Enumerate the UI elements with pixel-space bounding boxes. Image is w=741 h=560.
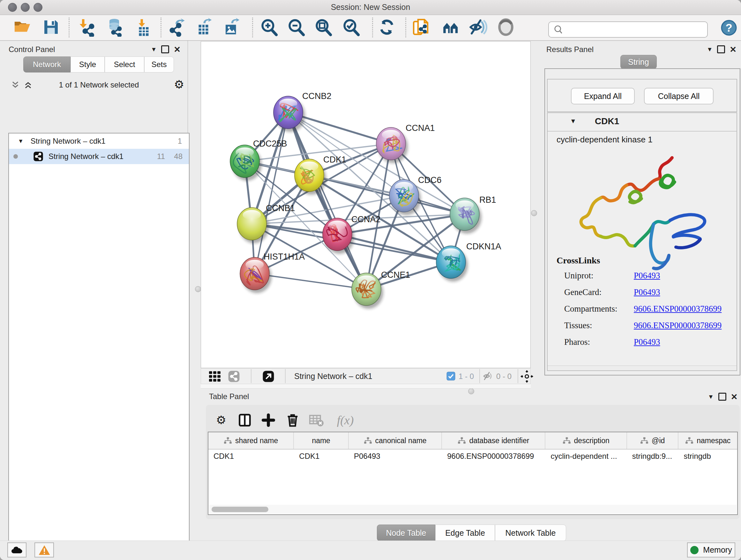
import-table-button[interactable]: [133, 17, 153, 37]
tab-network-table[interactable]: Network Table: [495, 524, 566, 541]
birds-eye-view-icon[interactable]: [208, 371, 221, 382]
help-button[interactable]: ?: [719, 17, 739, 38]
export-image-button[interactable]: [222, 17, 242, 37]
pan-crosshair-icon[interactable]: [520, 370, 534, 383]
tab-edge-table[interactable]: Edge Table: [435, 524, 495, 541]
string-network-graph[interactable]: CCNB2CCNA1CDC25BCDK1CDC6RB1CCNB1CCNA2CDK…: [201, 42, 530, 368]
selected-checkbox-icon[interactable]: [447, 372, 455, 381]
crosslink-link[interactable]: P06493: [634, 271, 660, 281]
column-header-description[interactable]: description: [545, 432, 627, 449]
cell-namespace[interactable]: stringdb: [678, 449, 737, 463]
crosslink-row: GeneCard:: [564, 287, 602, 297]
panel-float-icon[interactable]: ▼: [706, 46, 713, 53]
panel-maximize-icon[interactable]: [718, 393, 726, 401]
cell-description[interactable]: cyclin-dependent ...: [545, 449, 627, 463]
cell-database-identifier[interactable]: 9606.ENSP00000378699: [442, 449, 545, 463]
column-header-shared-name[interactable]: shared name: [208, 432, 294, 449]
node-HIST1H1A[interactable]: [240, 257, 272, 293]
node-CCNE1[interactable]: [352, 273, 383, 309]
zoom-fit-button[interactable]: [313, 17, 333, 37]
network-options-gear-icon[interactable]: ⚙: [174, 79, 184, 90]
crosslink-link[interactable]: P06493: [634, 287, 660, 297]
panel-maximize-icon[interactable]: [161, 45, 169, 53]
crosslink-link[interactable]: 9606.ENSP00000378699: [634, 304, 722, 314]
zoom-selected-button[interactable]: [341, 17, 361, 37]
cell-shared-name[interactable]: CDK1: [208, 449, 294, 463]
tab-node-table[interactable]: Node Table: [377, 524, 435, 541]
panel-float-icon[interactable]: ▼: [151, 46, 157, 53]
node-CDC25B[interactable]: [230, 145, 262, 181]
cell-name[interactable]: CDK1: [294, 449, 349, 463]
section-caret-icon[interactable]: ▼: [570, 118, 576, 125]
show-all-button[interactable]: [495, 17, 516, 37]
scrollbar-thumb[interactable]: [212, 507, 268, 512]
warnings-button[interactable]: [35, 543, 54, 557]
panel-close-icon[interactable]: ✕: [730, 46, 737, 53]
collapse-all-button[interactable]: Collapse All: [644, 88, 714, 105]
table-row[interactable]: CDK1 CDK1 P06493 9606.ENSP00000378699 cy…: [208, 449, 737, 463]
column-header-canonical-name[interactable]: canonical name: [349, 432, 442, 449]
column-header-id[interactable]: @id: [627, 432, 679, 449]
import-network-database-button[interactable]: [104, 17, 125, 37]
column-header-namespace[interactable]: namespac: [678, 432, 737, 449]
search-field[interactable]: [548, 21, 708, 38]
panel-close-icon[interactable]: ✕: [174, 46, 181, 53]
panel-close-icon[interactable]: ✕: [731, 394, 738, 400]
tab-sets[interactable]: Sets: [144, 57, 174, 72]
zoom-out-button[interactable]: [286, 17, 307, 37]
expand-all-button[interactable]: Expand All: [571, 88, 635, 105]
open-session-button[interactable]: [12, 17, 32, 37]
clone-network-button[interactable]: [411, 17, 431, 37]
edge-CCNB2-HIST1H1A[interactable]: [255, 112, 288, 273]
column-header-name[interactable]: name: [294, 432, 349, 449]
node-CCNA1[interactable]: [376, 127, 408, 163]
panel-maximize-icon[interactable]: [717, 45, 725, 53]
table-options-button[interactable]: ⚙: [212, 411, 231, 430]
save-session-button[interactable]: [41, 17, 61, 37]
bottom-splitter-handle[interactable]: [468, 388, 474, 394]
left-splitter-handle[interactable]: [195, 286, 201, 292]
node-CDK1[interactable]: [294, 159, 326, 195]
results-scrollbar-track[interactable]: [548, 366, 737, 370]
node-CCNB2[interactable]: [273, 96, 305, 132]
show-columns-button[interactable]: [235, 411, 254, 430]
right-splitter-handle[interactable]: [531, 210, 537, 216]
cloud-status-button[interactable]: [7, 543, 26, 557]
tab-string[interactable]: String: [620, 55, 657, 69]
open-in-browser-icon[interactable]: [262, 370, 274, 382]
hide-selected-button[interactable]: [468, 17, 488, 37]
edge-CCNB2-CCNE1[interactable]: [288, 112, 366, 289]
svg-text:?: ?: [725, 22, 732, 34]
table-horizontal-scrollbar[interactable]: [209, 505, 737, 514]
panel-float-icon[interactable]: ▼: [708, 393, 714, 400]
network-collection-row[interactable]: ▼ String Network – cdk1 1: [9, 133, 189, 149]
node-RB1[interactable]: [450, 198, 482, 234]
collapse-all-icon[interactable]: [11, 80, 20, 89]
string-settings-icon[interactable]: [228, 370, 240, 382]
refresh-view-button[interactable]: [377, 17, 397, 37]
node-CDKN1A[interactable]: [436, 246, 468, 282]
tree-caret-icon[interactable]: ▼: [18, 138, 23, 145]
zoom-in-button[interactable]: [259, 17, 279, 37]
column-header-database-identifier[interactable]: database identifier: [442, 432, 545, 449]
function-builder-button-disabled: f(x): [331, 411, 360, 430]
export-table-button[interactable]: [194, 17, 214, 37]
first-neighbors-button[interactable]: [441, 17, 461, 37]
import-network-file-button[interactable]: [77, 17, 97, 37]
cell-id[interactable]: stringdb:9...: [627, 449, 679, 463]
search-input[interactable]: [566, 25, 707, 35]
tab-select[interactable]: Select: [105, 57, 144, 72]
delete-column-button[interactable]: [283, 411, 302, 430]
create-column-button[interactable]: [259, 411, 278, 430]
tab-network[interactable]: Network: [23, 57, 71, 72]
crosslink-link[interactable]: 9606.ENSP00000378699: [634, 320, 722, 330]
network-row-selected[interactable]: String Network – cdk1 11 48: [9, 149, 189, 164]
tab-style[interactable]: Style: [71, 57, 105, 72]
crosslink-link[interactable]: P06493: [634, 337, 660, 347]
expand-all-icon[interactable]: [23, 80, 32, 89]
protein-section-header[interactable]: ▼ CDK1: [548, 113, 737, 132]
network-canvas[interactable]: CCNB2CCNA1CDC25BCDK1CDC6RB1CCNB1CCNA2CDK…: [201, 41, 531, 368]
memory-button[interactable]: Memory: [687, 543, 735, 557]
cell-canonical-name[interactable]: P06493: [349, 449, 442, 463]
export-network-button[interactable]: [167, 17, 187, 37]
